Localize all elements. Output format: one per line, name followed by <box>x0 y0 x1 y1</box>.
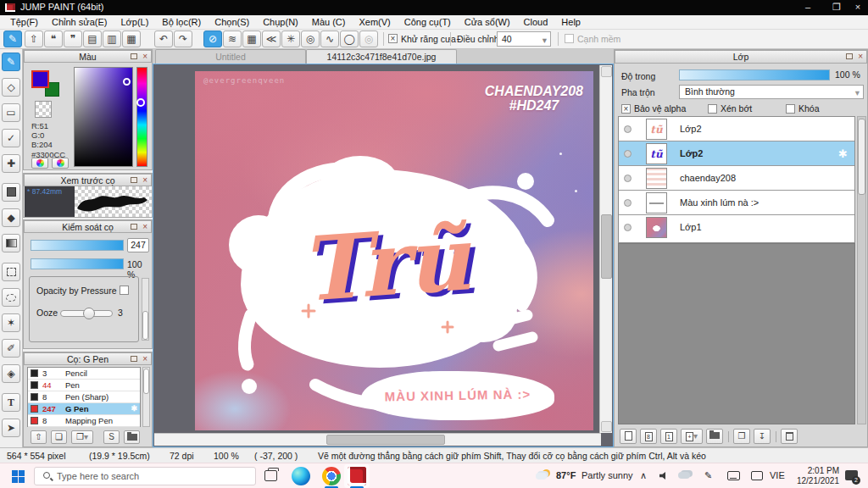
search-input[interactable]: Type here to search <box>34 467 256 485</box>
antialias-checkbox[interactable]: × <box>388 34 398 43</box>
brush-script-button[interactable]: S <box>103 430 120 444</box>
magic-wand-tool-icon[interactable]: ✶ <box>2 313 20 332</box>
menu-filter[interactable]: Bộ lọc(R) <box>155 17 208 27</box>
move-tool-icon[interactable]: ✚ <box>2 154 20 173</box>
undo-icon[interactable]: ↶ <box>154 30 173 47</box>
scrollbar-thumb[interactable] <box>142 311 148 340</box>
start-button[interactable] <box>12 470 25 483</box>
brush-row-pen[interactable]: 44 Pen <box>28 380 140 391</box>
material-panel-icon[interactable]: ▥ <box>103 30 121 47</box>
layer-row-selected[interactable]: tũ Lớp2 ✱ <box>619 141 854 166</box>
gear-icon[interactable]: ✱ <box>131 403 137 414</box>
layer-row[interactable]: chaenday208 <box>619 166 854 191</box>
layer-folder-button[interactable] <box>706 429 723 444</box>
comment-icon[interactable]: ❝ <box>44 30 63 47</box>
vertical-scrollbar[interactable] <box>599 65 612 433</box>
text-tool-icon[interactable]: T <box>2 393 20 412</box>
hue-slider[interactable] <box>136 67 147 167</box>
scrollbar-thumb[interactable] <box>601 214 612 279</box>
layer-row[interactable]: Màu xinh lúm nà :> <box>619 191 854 215</box>
brush-row-gpen[interactable]: 247 G Pen ✱ <box>28 403 140 415</box>
snap-off-icon[interactable]: ⊘ <box>203 30 222 47</box>
fill-rect-tool-icon[interactable] <box>2 183 20 202</box>
clipping-checkbox[interactable] <box>708 104 717 114</box>
edge-icon[interactable] <box>292 467 310 485</box>
add-layer-menu-button[interactable]: +▾ <box>681 429 703 444</box>
popout-icon[interactable] <box>131 356 137 362</box>
palette-button[interactable] <box>31 158 48 169</box>
visibility-dot-icon[interactable] <box>624 175 632 182</box>
ooze-slider[interactable] <box>60 310 113 317</box>
shape-tool-icon[interactable]: ▭ <box>2 103 20 122</box>
duplicate-layer-button[interactable]: ❐ <box>733 429 750 444</box>
layer-row[interactable]: tũ Lớp2 <box>619 117 854 141</box>
select-eraser-tool-icon[interactable]: ◈ <box>2 364 20 383</box>
menu-help[interactable]: Help <box>554 17 587 27</box>
tab-untitled[interactable]: Untitled <box>155 49 306 64</box>
brush-upload-button[interactable]: ⇧ <box>31 430 47 444</box>
menu-view[interactable]: Xem(V) <box>352 17 397 27</box>
blend-mode-dropdown[interactable]: Bình thường ▾ <box>679 85 864 99</box>
language-indicator[interactable]: VIE <box>770 470 785 480</box>
lock-checkbox[interactable] <box>786 104 795 114</box>
close-icon[interactable]: × <box>142 51 147 63</box>
snap-ellipse-icon[interactable]: ◯ <box>340 30 359 47</box>
speaker-icon[interactable] <box>659 472 668 480</box>
menu-layer[interactable]: Lớp(L) <box>114 17 155 27</box>
canvas-image[interactable]: @evergreenqveen CHAENDAY208 #HD247 <box>195 71 593 430</box>
window-layout-icon[interactable]: ▦ <box>122 30 141 47</box>
brush-row-mapping-pen[interactable]: 8 Mapping Pen <box>28 415 140 427</box>
gear-icon[interactable]: ✱ <box>838 147 848 160</box>
close-icon[interactable]: × <box>142 221 147 233</box>
popout-icon[interactable] <box>131 177 137 183</box>
alpha-lock-checkbox[interactable]: × <box>621 104 631 114</box>
polyline-tool-icon[interactable]: ✓ <box>2 129 20 147</box>
layer-opacity-slider[interactable] <box>679 69 830 80</box>
visibility-dot-icon[interactable] <box>624 125 632 133</box>
chrome-icon[interactable] <box>322 467 341 485</box>
brush-opacity-slider[interactable] <box>31 258 124 269</box>
brush-list-scrollbar[interactable] <box>142 367 150 427</box>
snap-grid-icon[interactable]: ▦ <box>242 30 261 47</box>
merge-layer-button[interactable]: ↧ <box>754 429 771 444</box>
menu-capture[interactable]: Chụp(N) <box>256 17 305 27</box>
upload-icon[interactable]: ⇧ <box>25 30 43 47</box>
lasso-tool-icon[interactable] <box>2 288 20 307</box>
pen-icon[interactable]: ✎ <box>704 470 712 481</box>
close-icon[interactable]: × <box>858 51 863 63</box>
scrollbar-thumb[interactable] <box>143 369 149 394</box>
scrollbar-thumb[interactable] <box>858 119 865 195</box>
brush-row-pen-sharp[interactable]: 8 Pen (Sharp) <box>28 391 140 403</box>
visibility-dot-icon[interactable] <box>624 224 632 231</box>
horizontal-scrollbar[interactable] <box>154 433 601 446</box>
visibility-dot-icon[interactable] <box>624 150 632 158</box>
menu-cloud[interactable]: Cloud <box>517 17 555 27</box>
weather-desc[interactable]: Partly sunny <box>581 470 633 480</box>
popout-icon[interactable] <box>846 53 853 59</box>
close-icon[interactable]: × <box>142 353 147 365</box>
hue-marker[interactable] <box>136 98 145 107</box>
gradient-tool-icon[interactable] <box>2 234 20 252</box>
popout-icon[interactable] <box>131 53 137 59</box>
transparent-swatch[interactable] <box>35 101 52 118</box>
weather-temp[interactable]: 87°F <box>556 470 576 480</box>
popout-icon[interactable] <box>131 224 137 230</box>
brush-row-pencil[interactable]: 3 Pencil <box>28 368 140 380</box>
snap-curve-icon[interactable]: ∿ <box>320 30 339 47</box>
keyboard-icon[interactable] <box>727 471 740 480</box>
visibility-dot-icon[interactable] <box>624 199 632 207</box>
select-pen-tool-icon[interactable]: ✐ <box>2 339 20 358</box>
saturation-value-picker[interactable] <box>74 67 133 167</box>
scroll-down-arrow[interactable] <box>601 421 612 432</box>
menu-window[interactable]: Cửa sổ(W) <box>458 17 517 27</box>
scrollbar-thumb[interactable] <box>326 435 445 445</box>
menu-file[interactable]: Tệp(F) <box>3 17 45 27</box>
scroll-up-arrow[interactable] <box>601 66 612 77</box>
minimize-button[interactable]: – <box>795 0 821 15</box>
menu-tools[interactable]: Công cụ(T) <box>398 17 458 27</box>
layer-row[interactable]: Lớp1 <box>619 215 854 240</box>
ooze-knob[interactable] <box>83 308 95 319</box>
eraser-tool-icon[interactable]: ◇ <box>2 78 20 97</box>
close-button[interactable]: × <box>848 0 868 15</box>
tab-active-file[interactable]: 14112c3c471f8e41d70e.jpg <box>306 49 457 64</box>
